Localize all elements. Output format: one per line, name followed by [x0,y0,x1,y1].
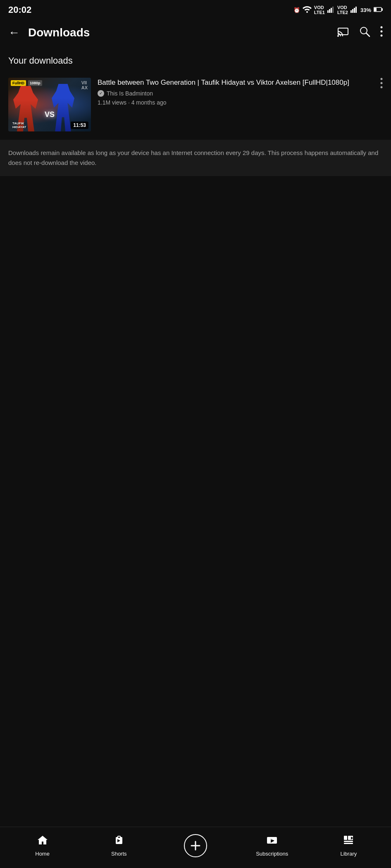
signal1-icon [327,6,335,14]
subscriptions-icon [266,835,278,849]
status-time: 20:02 [8,5,31,15]
status-icons: ⏰ VODLTE1 VODLTE2 [293,5,383,15]
info-banner: Downloads remain available as long as yo… [0,140,391,176]
nav-item-add[interactable] [177,834,214,857]
svg-point-16 [381,26,383,28]
back-button[interactable]: ← [8,26,20,39]
roman-numeral: VIIAX [81,80,88,90]
svg-rect-7 [354,8,355,13]
svg-point-0 [306,11,308,13]
svg-rect-30 [344,841,353,842]
video-item-wrapper: FullHD 1080p VS TAUFIKHIDAYAT VIIAX 11:5… [0,73,391,136]
bottom-nav: Home Shorts Subscriptions [0,827,391,868]
section-title: Your downloads [0,51,391,73]
lte1-icon: VODLTE1 [314,5,325,15]
verified-icon: ✓ [98,90,104,97]
search-icon[interactable] [359,26,370,40]
library-label: Library [340,851,357,857]
home-icon [37,835,48,849]
cast-icon[interactable] [337,26,349,40]
svg-point-17 [381,30,383,32]
svg-rect-3 [331,8,332,13]
shorts-icon [113,835,125,849]
svg-point-19 [381,78,383,80]
svg-rect-4 [332,7,334,13]
library-icon [343,835,354,849]
video-item[interactable]: FullHD 1080p VS TAUFIKHIDAYAT VIIAX 11:5… [0,73,391,136]
video-thumbnail: FullHD 1080p VS TAUFIKHIDAYAT VIIAX 11:5… [8,78,91,131]
svg-rect-10 [374,8,377,11]
video-title: Battle between Two Generation | Taufik H… [98,78,383,88]
nav-item-shorts[interactable]: Shorts [100,835,138,857]
page-title: Downloads [28,26,90,39]
vs-text: VS [45,110,55,119]
nav-left: ← Downloads [8,26,90,39]
svg-rect-8 [355,7,357,13]
svg-line-15 [366,33,370,36]
wifi-icon [303,6,312,14]
subscriptions-label: Subscriptions [256,851,288,857]
info-text: Downloads remain available as long as yo… [8,148,383,168]
nav-item-library[interactable]: Library [330,835,367,857]
nav-item-home[interactable]: Home [24,835,61,857]
battery-icon [374,7,383,14]
home-label: Home [35,851,50,857]
signal2-icon [350,6,358,14]
video-meta: 1.1M views · 4 months ago [98,99,383,106]
nav-item-subscriptions[interactable]: Subscriptions [253,835,291,857]
svg-rect-11 [381,8,383,11]
svg-point-21 [381,86,383,88]
more-options-icon[interactable] [380,26,383,40]
battery-level: 33% [360,7,371,13]
1080p-badge: 1080p [28,80,42,86]
svg-rect-5 [350,10,352,13]
svg-point-18 [381,34,383,36]
video-info: Battle between Two Generation | Taufik H… [98,78,383,106]
svg-rect-28 [344,836,347,840]
content-area: Your downloads FullHD 1080p VS TAUFIKHID… [0,47,391,180]
lte2-icon: VODLTE2 [337,5,348,15]
svg-point-20 [381,82,383,84]
player-left-label: TAUFIKHIDAYAT [12,122,26,129]
shorts-label: Shorts [111,851,127,857]
video-duration: 11:53 [71,122,88,129]
channel-name: This Is Badminton [107,90,153,97]
svg-rect-1 [327,10,329,13]
svg-rect-31 [344,843,353,844]
nav-right [337,26,383,40]
add-button[interactable] [184,834,207,857]
top-nav: ← Downloads [0,18,391,47]
video-more-options[interactable] [380,78,383,91]
status-bar: 20:02 ⏰ VODLTE1 VODLTE2 [0,0,391,18]
svg-rect-6 [352,9,353,13]
channel-row: ✓ This Is Badminton [98,90,383,97]
alarm-icon: ⏰ [293,7,300,13]
svg-point-13 [337,35,339,37]
fullhd-badge: FullHD [11,80,26,86]
svg-rect-2 [329,9,330,13]
